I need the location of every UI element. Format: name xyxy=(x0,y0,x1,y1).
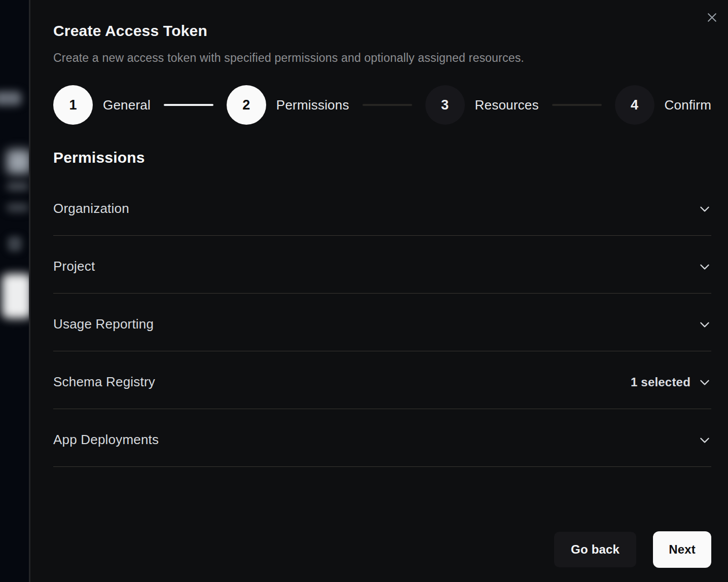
chevron-down-icon xyxy=(698,260,711,273)
blurred-background-element xyxy=(8,236,22,251)
step-label: Confirm xyxy=(665,97,711,113)
step-number-badge: 3 xyxy=(425,85,465,125)
chevron-down-icon xyxy=(698,202,711,215)
section-label: Schema Registry xyxy=(53,374,155,390)
section-label: Usage Reporting xyxy=(53,316,154,332)
step-connector xyxy=(552,104,602,106)
blurred-background-element xyxy=(2,274,29,318)
background-page xyxy=(0,0,29,582)
create-access-token-dialog: Create Access Token Create a new access … xyxy=(29,0,728,582)
dialog-title: Create Access Token xyxy=(53,0,711,39)
step-permissions[interactable]: 2 Permissions xyxy=(227,85,349,125)
permission-section-schema-registry[interactable]: Schema Registry 1 selected xyxy=(53,351,711,409)
chevron-down-icon xyxy=(698,433,711,447)
step-label: Permissions xyxy=(276,97,349,113)
step-confirm[interactable]: 4 Confirm xyxy=(615,85,711,125)
chevron-down-icon xyxy=(698,318,711,331)
step-number-badge: 1 xyxy=(53,85,93,125)
step-number-badge: 2 xyxy=(227,85,266,125)
section-label: Project xyxy=(53,259,95,274)
step-label: Resources xyxy=(475,97,539,113)
stepper: 1 General 2 Permissions 3 Resources 4 Co… xyxy=(53,85,711,125)
dialog-footer: Go back Next xyxy=(554,531,711,568)
blurred-background-element xyxy=(0,91,21,105)
step-connector xyxy=(362,104,412,106)
permissions-heading: Permissions xyxy=(53,149,711,166)
section-label: App Deployments xyxy=(53,432,159,448)
step-connector xyxy=(164,104,213,106)
section-label: Organization xyxy=(53,201,129,216)
step-number-badge: 4 xyxy=(615,85,654,125)
permission-section-organization[interactable]: Organization xyxy=(53,178,711,236)
step-label: General xyxy=(103,97,151,113)
blurred-background-element xyxy=(7,182,29,191)
dialog-description: Create a new access token with specified… xyxy=(53,51,711,65)
blurred-background-element xyxy=(7,150,29,174)
screen: { "modal": { "title": "Create Access Tok… xyxy=(0,0,728,582)
step-resources[interactable]: 3 Resources xyxy=(425,85,539,125)
go-back-button[interactable]: Go back xyxy=(554,532,636,567)
permission-section-project[interactable]: Project xyxy=(53,236,711,294)
blurred-background-element xyxy=(7,203,29,212)
close-button[interactable] xyxy=(703,9,721,27)
permission-section-app-deployments[interactable]: App Deployments xyxy=(53,409,711,467)
selection-count: 1 selected xyxy=(631,375,690,389)
chevron-down-icon xyxy=(698,376,711,389)
close-icon xyxy=(706,11,718,25)
step-general[interactable]: 1 General xyxy=(53,85,151,125)
permissions-accordion: Organization Project Usage Reporting xyxy=(53,178,711,467)
next-button[interactable]: Next xyxy=(653,531,711,568)
permission-section-usage-reporting[interactable]: Usage Reporting xyxy=(53,294,711,351)
